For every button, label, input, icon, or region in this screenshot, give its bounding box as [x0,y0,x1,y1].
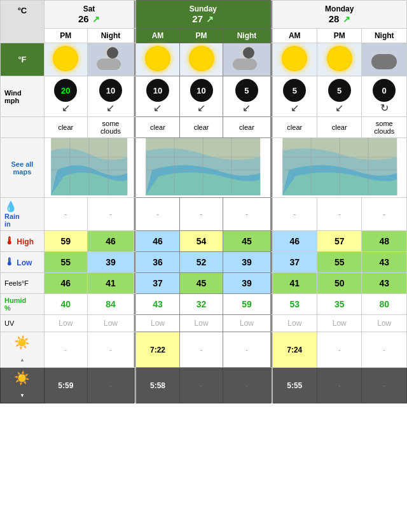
sky-sun-night: clear [223,117,270,138]
feels-row: Feels°F 46 41 37 45 39 41 50 43 [1,273,407,294]
sunset-sat-night: - [87,368,134,403]
sun-pm-label: PM [179,29,223,43]
sun-am-label: AM [136,29,180,43]
sunset-sat-pm: 5:59 [44,368,87,403]
wind-row: Windmph 20 ↙ 10 ↙ 10 ↙ 10 ↙ 5 ↙ 5 [1,76,407,117]
sunrise-sat-night: - [87,332,134,368]
mon-header: Monday 28 ↗ [272,1,406,29]
uv-sat-night: Low [87,315,134,332]
icon-sat-pm [44,43,87,76]
rain-mon-night: - [362,198,407,231]
humid-row: Humid% 40 84 43 32 59 53 35 80 [1,294,407,315]
humid-sun-pm: 32 [179,294,223,315]
wind-label: Windmph [1,76,45,117]
uv-sun-night: Low [223,315,270,332]
mon-am-label: AM [272,29,317,43]
high-sun-am: 46 [136,231,180,252]
sat-pm-label: PM [44,29,87,43]
sunrise-label: ☀️▲ [1,332,45,368]
icon-mon-pm [317,43,362,76]
high-sun-pm: 54 [179,231,223,252]
feels-mon-night: 43 [362,273,407,294]
sun-header: Sunday 27 ↗ [136,1,270,29]
high-label: 🌡 High [1,231,45,252]
unit-celsius-btn[interactable]: °C [1,1,45,43]
humid-sun-am: 43 [136,294,180,315]
wind-mon-am: 5 ↙ [272,76,317,117]
wind-sun-pm: 10 ↙ [179,76,223,117]
humid-label: Humid% [1,294,45,315]
rain-label: 💧Rainin [1,198,45,231]
mon-expand-icon[interactable]: ↗ [343,14,350,24]
map-mon[interactable] [272,138,406,198]
sky-sun-am: clear [136,117,180,138]
rain-sat-night: - [87,198,134,231]
uv-label: UV [1,315,45,332]
sunset-sun-pm: - [179,368,223,403]
wind-mon-night: 0 ↻ [362,76,407,117]
low-mon-night: 43 [362,252,407,273]
wind-sat-pm: 20 ↙ [44,76,87,117]
high-sat-night: 46 [87,231,134,252]
uv-mon-am: Low [272,315,317,332]
icon-mon-am [272,43,317,76]
rain-sun-pm: - [179,198,223,231]
feels-sun-night: 39 [223,273,270,294]
icon-sat-night [87,43,134,76]
sunrise-mon-pm: - [317,332,362,368]
sunrise-mon-am: 7:24 [272,332,317,368]
rain-row: 💧Rainin - - - - - - - - [1,198,407,231]
sunrise-sun-night: - [223,332,270,368]
sunset-label: ☀️▼ [1,368,45,403]
high-mon-night: 48 [362,231,407,252]
feels-mon-pm: 50 [317,273,362,294]
wind-mon-pm: 5 ↙ [317,76,362,117]
feels-sun-am: 37 [136,273,180,294]
sunset-row: ☀️▼ 5:59 - 5:58 - - 5:55 - - [1,368,407,403]
rain-sun-am: - [136,198,180,231]
sun-expand-icon[interactable]: ↗ [206,14,214,24]
rain-sun-night: - [223,198,270,231]
unit-fahrenheit-btn[interactable]: °F [1,43,45,76]
mon-pm-label: PM [317,29,362,43]
feels-mon-am: 41 [272,273,317,294]
sky-sat-night: someclouds [87,117,134,138]
sky-mon-am: clear [272,117,317,138]
low-sun-pm: 52 [179,252,223,273]
low-sun-am: 36 [136,252,180,273]
rain-mon-am: - [272,198,317,231]
sunrise-sun-am: 7:22 [136,332,180,368]
rain-mon-pm: - [317,198,362,231]
uv-sun-pm: Low [179,315,223,332]
see-all-maps-label[interactable]: See allmaps [1,138,45,198]
sunset-sun-night: - [223,368,270,403]
high-mon-pm: 57 [317,231,362,252]
sky-row: clear someclouds clear clear clear clear… [1,117,407,138]
icon-sun-pm [179,43,223,76]
sky-mon-pm: clear [317,117,362,138]
high-sun-night: 45 [223,231,270,252]
icon-sun-night [223,43,270,76]
low-sat-pm: 55 [44,252,87,273]
high-mon-am: 46 [272,231,317,252]
sunrise-sun-pm: - [179,332,223,368]
humid-sat-night: 84 [87,294,134,315]
humid-mon-pm: 35 [317,294,362,315]
high-temp-row: 🌡 High 59 46 46 54 45 46 57 48 [1,231,407,252]
sat-expand-icon[interactable]: ↗ [92,14,100,24]
sky-sun-pm: clear [179,117,223,138]
feels-label: Feels°F [1,273,45,294]
day-header-row: °C Sat 26 ↗ Sunday 27 ↗ Monday 28 ↗ [1,1,407,29]
sunrise-row: ☀️▲ - - 7:22 - - 7:24 - - [1,332,407,368]
sky-sat-pm: clear [44,117,87,138]
sunset-mon-night: - [362,368,407,403]
humid-mon-night: 80 [362,294,407,315]
map-sun[interactable] [136,138,270,198]
low-mon-pm: 55 [317,252,362,273]
low-sun-night: 39 [223,252,270,273]
sky-label [1,117,45,138]
icon-sun-am [136,43,180,76]
map-sat[interactable] [44,138,134,198]
humid-mon-am: 53 [272,294,317,315]
sunset-mon-am: 5:55 [272,368,317,403]
